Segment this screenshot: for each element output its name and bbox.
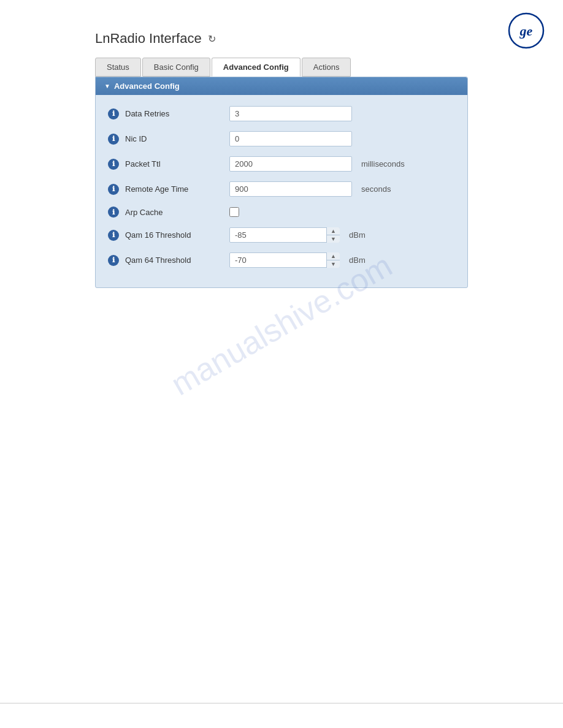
input-data-retries[interactable] (229, 106, 352, 121)
label-arp-cache: Arp Cache (125, 208, 223, 217)
input-qam16[interactable] (229, 227, 340, 243)
bottom-line (0, 703, 563, 703)
unit-qam16: dBm (349, 230, 366, 240)
page-title: LnRadio Interface (95, 31, 202, 47)
form-row-packet-ttl: ℹ Packet Ttl milliseconds (108, 151, 455, 176)
panel-header: ▼ Advanced Config (96, 77, 467, 95)
page-title-row: LnRadio Interface ↻ (95, 31, 468, 47)
main-content: LnRadio Interface ↻ Status Basic Config … (0, 12, 563, 288)
input-packet-ttl[interactable] (229, 156, 352, 172)
help-icon-arp-cache[interactable]: ℹ (108, 207, 119, 218)
form-row-data-retries: ℹ Data Retries (108, 101, 455, 126)
help-icon-data-retries[interactable]: ℹ (108, 108, 119, 119)
form-row-qam16: ℹ Qam 16 Threshold ▲ ▼ dBm (108, 222, 455, 248)
unit-remote-age-time: seconds (361, 184, 391, 194)
svg-text:ge: ge (519, 23, 533, 39)
spinner-up-qam16[interactable]: ▲ (327, 227, 340, 235)
help-icon-packet-ttl[interactable]: ℹ (108, 159, 119, 170)
help-icon-nic-id[interactable]: ℹ (108, 134, 119, 145)
tab-advanced-config[interactable]: Advanced Config (212, 58, 301, 77)
form-body: ℹ Data Retries ℹ Nic ID ℹ Packet Ttl mil… (96, 95, 467, 276)
ge-logo: ge (508, 12, 545, 49)
unit-packet-ttl: milliseconds (361, 159, 405, 169)
tab-actions[interactable]: Actions (302, 58, 351, 77)
spinner-up-qam64[interactable]: ▲ (327, 252, 340, 260)
page-wrapper: ge LnRadio Interface ↻ Status Basic Conf… (0, 0, 563, 728)
form-row-qam64: ℹ Qam 64 Threshold ▲ ▼ dBm (108, 248, 455, 273)
spinner-arrows-qam64: ▲ ▼ (326, 252, 340, 268)
spinner-qam64: ▲ ▼ (229, 252, 340, 268)
label-nic-id: Nic ID (125, 134, 223, 143)
label-qam64: Qam 64 Threshold (125, 256, 223, 265)
label-packet-ttl: Packet Ttl (125, 159, 223, 169)
label-qam16: Qam 16 Threshold (125, 230, 223, 240)
panel-collapse-arrow[interactable]: ▼ (104, 83, 110, 89)
spinner-arrows-qam16: ▲ ▼ (326, 227, 340, 243)
spinner-qam16: ▲ ▼ (229, 227, 340, 243)
refresh-icon[interactable]: ↻ (208, 33, 216, 45)
unit-qam64: dBm (349, 256, 366, 265)
help-icon-qam16[interactable]: ℹ (108, 230, 119, 241)
panel-title: Advanced Config (114, 82, 180, 91)
label-remote-age-time: Remote Age Time (125, 184, 223, 194)
spinner-down-qam16[interactable]: ▼ (327, 235, 340, 243)
tab-basic-config[interactable]: Basic Config (142, 58, 210, 77)
form-row-arp-cache: ℹ Arp Cache (108, 202, 455, 222)
input-remote-age-time[interactable] (229, 181, 352, 197)
label-data-retries: Data Retries (125, 109, 223, 118)
tabs-row: Status Basic Config Advanced Config Acti… (95, 58, 468, 77)
spinner-down-qam64[interactable]: ▼ (327, 260, 340, 268)
input-qam64[interactable] (229, 252, 340, 268)
form-row-remote-age-time: ℹ Remote Age Time seconds (108, 176, 455, 202)
checkbox-arp-cache[interactable] (229, 207, 239, 217)
advanced-config-panel: ▼ Advanced Config ℹ Data Retries ℹ Nic I… (95, 77, 468, 288)
input-nic-id[interactable] (229, 131, 352, 146)
form-row-nic-id: ℹ Nic ID (108, 126, 455, 151)
help-icon-qam64[interactable]: ℹ (108, 255, 119, 266)
help-icon-remote-age-time[interactable]: ℹ (108, 184, 119, 195)
tab-status[interactable]: Status (95, 58, 141, 77)
